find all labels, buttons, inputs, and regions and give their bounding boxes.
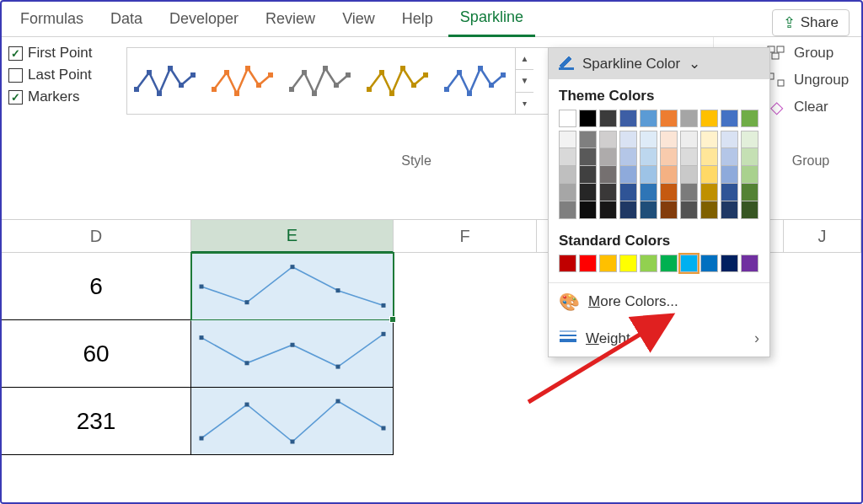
color-swatch[interactable] (579, 184, 597, 201)
color-swatch[interactable] (660, 255, 678, 272)
color-swatch[interactable] (579, 110, 597, 127)
more-colors-item[interactable]: 🎨 More Colors... (549, 283, 769, 320)
color-swatch[interactable] (599, 148, 617, 166)
share-button[interactable]: ⇪ Share (772, 9, 850, 36)
color-swatch[interactable] (619, 255, 637, 272)
color-swatch[interactable] (599, 184, 617, 201)
style-preset[interactable] (360, 52, 437, 110)
gallery-up[interactable]: ▲ (516, 48, 533, 70)
color-swatch[interactable] (640, 184, 657, 201)
color-swatch[interactable] (700, 131, 718, 148)
weight-item[interactable]: Weight › (549, 320, 769, 357)
color-swatch[interactable] (619, 166, 637, 184)
color-swatch[interactable] (619, 148, 637, 166)
color-swatch[interactable] (700, 255, 718, 272)
tab-view[interactable]: View (330, 3, 387, 36)
color-swatch[interactable] (559, 166, 576, 184)
color-swatch[interactable] (741, 201, 758, 219)
color-swatch[interactable] (700, 201, 718, 219)
color-swatch[interactable] (680, 166, 698, 184)
column-header[interactable]: F (394, 219, 537, 253)
color-swatch[interactable] (741, 131, 758, 148)
chk-markers[interactable]: Markers (8, 88, 113, 105)
cell[interactable]: 6 (2, 253, 191, 320)
color-swatch[interactable] (640, 110, 657, 127)
tab-help[interactable]: Help (390, 3, 445, 36)
color-swatch[interactable] (721, 148, 738, 166)
color-swatch[interactable] (559, 131, 576, 148)
color-swatch[interactable] (619, 110, 637, 127)
color-swatch[interactable] (640, 255, 657, 272)
sparkline-cell[interactable] (191, 388, 394, 455)
color-swatch[interactable] (579, 166, 597, 184)
color-swatch[interactable] (680, 255, 698, 272)
color-swatch[interactable] (680, 184, 698, 201)
gallery-down[interactable]: ▼ (516, 70, 533, 92)
color-swatch[interactable] (660, 201, 678, 219)
color-swatch[interactable] (741, 184, 758, 201)
tab-sparkline[interactable]: Sparkline (448, 2, 535, 37)
color-swatch[interactable] (680, 201, 698, 219)
color-swatch[interactable] (741, 166, 758, 184)
color-swatch[interactable] (640, 148, 657, 166)
style-preset[interactable] (282, 52, 360, 110)
color-swatch[interactable] (579, 255, 597, 272)
color-swatch[interactable] (640, 201, 657, 219)
column-header[interactable]: E (191, 219, 394, 253)
cell[interactable]: 60 (2, 320, 191, 388)
color-swatch[interactable] (700, 148, 718, 166)
cmd-group[interactable]: Group (765, 44, 856, 62)
tab-review[interactable]: Review (254, 3, 327, 36)
color-swatch[interactable] (721, 184, 738, 201)
color-swatch[interactable] (640, 166, 657, 184)
color-swatch[interactable] (559, 201, 576, 219)
color-swatch[interactable] (599, 201, 617, 219)
column-header[interactable]: J (784, 219, 861, 253)
color-swatch[interactable] (721, 110, 738, 127)
color-swatch[interactable] (559, 110, 576, 127)
tab-developer[interactable]: Developer (158, 3, 250, 36)
color-swatch[interactable] (660, 166, 678, 184)
color-swatch[interactable] (700, 166, 718, 184)
color-swatch[interactable] (619, 131, 637, 148)
color-swatch[interactable] (721, 166, 738, 184)
color-swatch[interactable] (559, 255, 576, 272)
color-swatch[interactable] (559, 184, 576, 201)
color-swatch[interactable] (599, 131, 617, 148)
style-preset[interactable] (205, 52, 282, 110)
style-preset[interactable] (127, 52, 205, 110)
cmd-clear[interactable]: ◇ Clear (765, 98, 856, 116)
sparkline-cell[interactable] (191, 320, 394, 388)
color-swatch[interactable] (599, 110, 617, 127)
color-swatch[interactable] (579, 148, 597, 166)
color-swatch[interactable] (680, 148, 698, 166)
gallery-more[interactable]: ▾ (516, 93, 533, 114)
color-swatch[interactable] (599, 166, 617, 184)
color-swatch[interactable] (700, 184, 718, 201)
tab-formulas[interactable]: Formulas (8, 3, 95, 36)
color-swatch[interactable] (660, 110, 678, 127)
color-swatch[interactable] (660, 148, 678, 166)
color-swatch[interactable] (721, 255, 738, 272)
chk-last-point[interactable]: Last Point (8, 67, 113, 83)
color-swatch[interactable] (599, 255, 617, 272)
color-swatch[interactable] (660, 184, 678, 201)
color-swatch[interactable] (680, 131, 698, 148)
color-swatch[interactable] (741, 148, 758, 166)
color-swatch[interactable] (579, 201, 597, 219)
color-swatch[interactable] (721, 201, 738, 219)
color-swatch[interactable] (559, 148, 576, 166)
cell[interactable]: 231 (2, 388, 191, 455)
color-swatch[interactable] (680, 110, 698, 127)
style-preset[interactable] (437, 52, 515, 110)
sparkline-cell[interactable] (191, 253, 394, 320)
column-header[interactable]: D (2, 219, 191, 253)
color-swatch[interactable] (741, 110, 758, 127)
color-swatch[interactable] (619, 184, 637, 201)
color-swatch[interactable] (700, 110, 718, 127)
cmd-ungroup[interactable]: Ungroup (765, 71, 856, 89)
color-swatch[interactable] (741, 255, 758, 272)
color-swatch[interactable] (619, 201, 637, 219)
tab-data[interactable]: Data (99, 3, 154, 36)
color-swatch[interactable] (660, 131, 678, 148)
